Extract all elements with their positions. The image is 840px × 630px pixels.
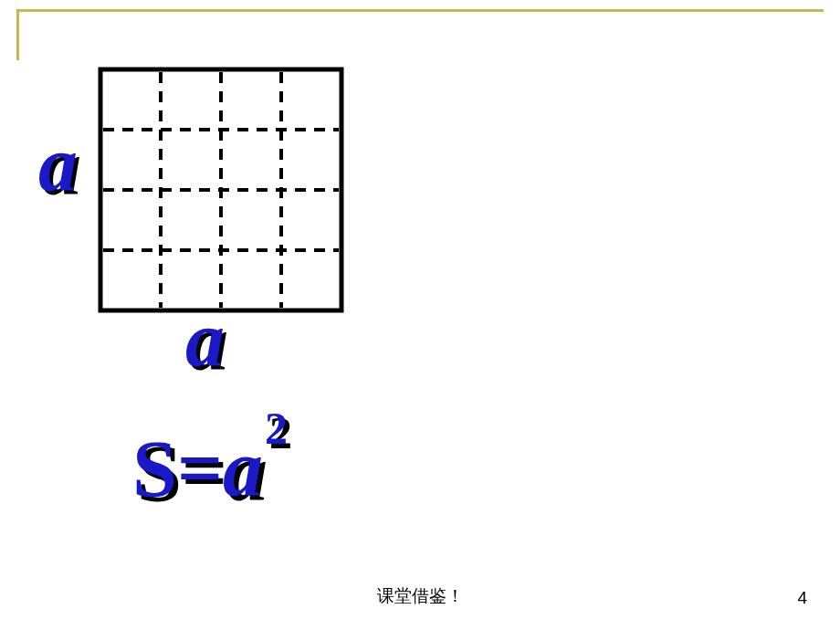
grid-svg — [98, 67, 344, 313]
label-a-bottom-main: a — [185, 294, 225, 385]
label-a-main: a — [38, 119, 78, 210]
formula-a: a — [223, 429, 263, 509]
page-number: 4 — [797, 588, 807, 608]
formula-exponent: 2 — [265, 405, 288, 451]
slide: a a a a S = a 2 S = a 2 课堂借鉴！ 4 — [0, 0, 840, 630]
formula-main: S = a 2 — [132, 429, 288, 509]
formula-equals: = — [177, 429, 223, 509]
frame-border-left — [16, 9, 19, 60]
formula-S: S — [132, 429, 177, 509]
square-grid-diagram — [98, 67, 344, 313]
footer-caption: 课堂借鉴！ — [0, 584, 840, 608]
frame-border-top — [16, 9, 824, 12]
